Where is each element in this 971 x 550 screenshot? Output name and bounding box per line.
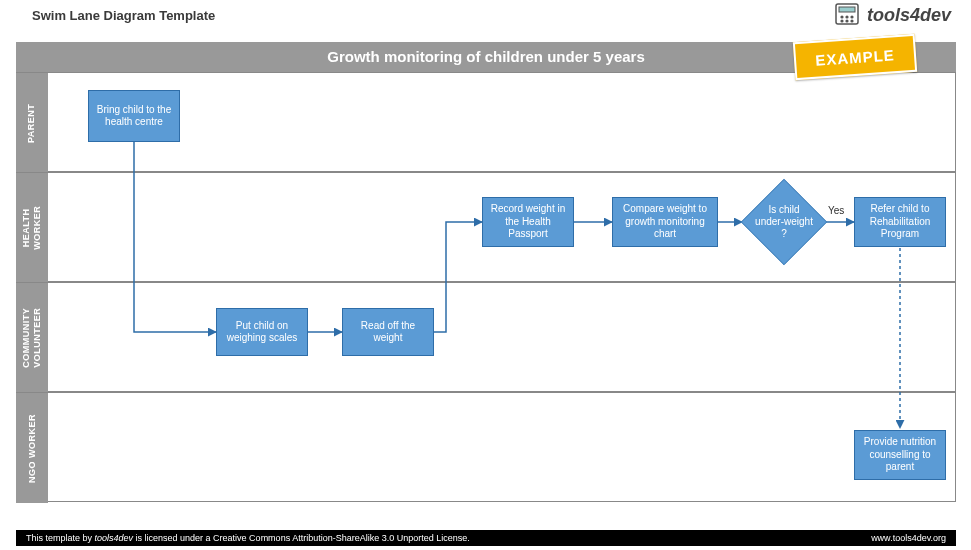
decision-label: Is child under-weight ? <box>741 179 827 265</box>
svg-point-6 <box>845 19 848 22</box>
license-prefix: This template by <box>26 533 95 543</box>
brand-logo: tools4dev <box>833 2 951 28</box>
svg-point-3 <box>845 15 848 18</box>
brand-name: tools4dev <box>867 5 951 26</box>
node-refer: Refer child to Rehabilitation Program <box>854 197 946 247</box>
lane-header-community: COMMUNITY VOLUNTEER <box>16 282 48 393</box>
node-decision: Is child under-weight ? <box>741 179 827 265</box>
calculator-icon <box>833 2 861 28</box>
lane-header-parent: PARENT <box>16 72 48 173</box>
lane-body-ngo <box>48 392 956 502</box>
svg-point-5 <box>840 19 843 22</box>
node-compare: Compare weight to growth monitoring char… <box>612 197 718 247</box>
page-title: Swim Lane Diagram Template <box>32 8 215 23</box>
footer-url: www.tools4dev.org <box>871 533 946 543</box>
node-bring: Bring child to the health centre <box>88 90 180 142</box>
svg-point-7 <box>850 19 853 22</box>
edge-label-yes: Yes <box>828 205 844 216</box>
footer: This template by tools4dev is licensed u… <box>16 530 956 546</box>
svg-point-2 <box>840 15 843 18</box>
node-read: Read off the weight <box>342 308 434 356</box>
svg-point-4 <box>850 15 853 18</box>
lane-label: PARENT <box>27 103 38 142</box>
lane-header-ngo: NGO WORKER <box>16 392 48 503</box>
swimlane-diagram: Growth monitoring of children under 5 ye… <box>16 42 956 522</box>
node-record: Record weight in the Health Passport <box>482 197 574 247</box>
footer-license: This template by tools4dev is licensed u… <box>26 533 470 543</box>
lane-header-health: HEALTH WORKER <box>16 172 48 283</box>
lane-body-community <box>48 282 956 392</box>
node-counsel: Provide nutrition counselling to parent <box>854 430 946 480</box>
license-suffix: is licensed under a Creative Commons Att… <box>133 533 470 543</box>
node-weigh: Put child on weighing scales <box>216 308 308 356</box>
lane-body-parent <box>48 72 956 172</box>
lane-label: COMMUNITY VOLUNTEER <box>21 308 43 368</box>
svg-rect-1 <box>839 7 855 12</box>
lane-label: NGO WORKER <box>27 413 38 482</box>
page: Swim Lane Diagram Template tools4dev Gro… <box>0 0 971 550</box>
license-brand: tools4dev <box>95 533 134 543</box>
lane-label: HEALTH WORKER <box>21 206 43 250</box>
